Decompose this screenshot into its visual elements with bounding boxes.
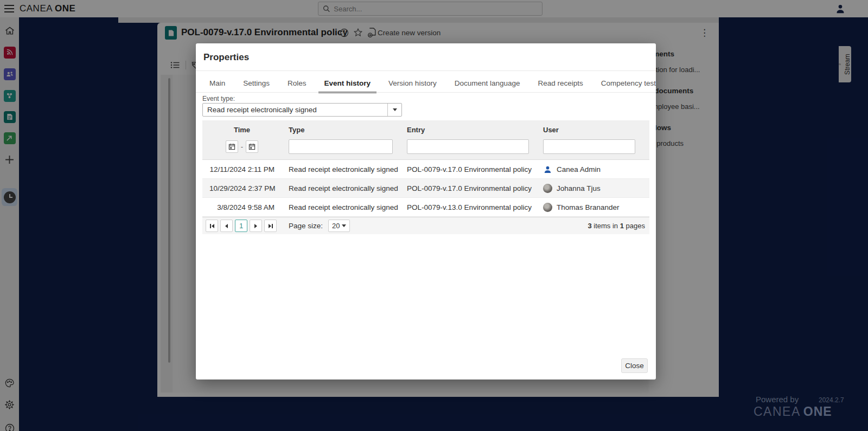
pages-count: 1 [620, 222, 624, 230]
modal-tabs: Main Settings Roles Event history Versio… [203, 75, 662, 93]
tab-competency-test[interactable]: Competency test [595, 75, 662, 93]
items-count: 3 [588, 222, 591, 230]
user-filter-input[interactable] [543, 139, 635, 154]
column-header-type: Type [282, 123, 400, 136]
type-filter-input[interactable] [289, 139, 393, 154]
cell-time: 10/29/2024 2:37 PM [202, 184, 282, 192]
pager-summary: 3 items in 1 pages [588, 222, 646, 230]
cell-type: Read receipt electronically signed [282, 203, 400, 211]
cell-entry: POL-0079-v.17.0 Environmental policy [400, 184, 536, 192]
cell-type: Read receipt electronically signed [282, 165, 400, 173]
table-header-row: Time Type Entry User [202, 120, 649, 136]
user-name: Thomas Branander [557, 203, 620, 211]
next-page-button[interactable] [250, 220, 262, 232]
event-type-label: Event type: [202, 95, 235, 102]
entry-filter-input[interactable] [407, 139, 529, 154]
tab-settings[interactable]: Settings [237, 75, 276, 93]
tab-document-language[interactable]: Document language [449, 75, 526, 93]
table-pager: 1 Page size: 20 3 items in 1 pages [202, 217, 649, 234]
column-header-entry: Entry [400, 123, 536, 136]
tab-roles[interactable]: Roles [282, 75, 312, 93]
close-button[interactable]: Close [621, 358, 648, 373]
dropdown-arrow-button[interactable] [387, 104, 401, 116]
app-screen: CANEAONE [0, 0, 868, 431]
cell-entry: POL-0079-v.13.0 Environmental policy [400, 203, 536, 211]
date-range-separator: - [241, 143, 243, 151]
modal-divider [196, 70, 656, 71]
user-photo-avatar [543, 184, 552, 193]
modal-title: Properties [203, 52, 249, 63]
tab-event-history[interactable]: Event history [318, 75, 377, 93]
user-photo-avatar [543, 203, 552, 212]
cell-entry: POL-0079-v.17.0 Environmental policy [400, 165, 536, 173]
table-row: 3/8/2024 9:58 AM Read receipt electronic… [202, 198, 649, 217]
tab-main[interactable]: Main [203, 75, 231, 93]
column-header-user: User [536, 123, 649, 136]
user-name: Canea Admin [557, 165, 601, 173]
page-size-value: 20 [332, 222, 340, 230]
previous-page-button[interactable] [220, 220, 233, 232]
cell-time: 3/8/2024 9:58 AM [202, 203, 282, 211]
person-avatar-icon [543, 165, 552, 174]
calendar-icon [228, 143, 235, 150]
page-number-button[interactable]: 1 [235, 220, 247, 232]
pages-text: pages [624, 222, 645, 230]
page-size-label: Page size: [289, 222, 323, 230]
event-type-dropdown[interactable]: Read receipt electronically signed [202, 103, 402, 117]
event-history-table: Time Type Entry User - [202, 120, 649, 234]
date-from-picker-button[interactable] [226, 140, 238, 153]
tab-version-history[interactable]: Version history [382, 75, 443, 93]
chevron-down-icon [393, 108, 397, 111]
column-header-time: Time [202, 123, 282, 136]
page-size-dropdown[interactable]: 20 [328, 220, 350, 232]
table-row: 12/11/2024 2:11 PM Read receipt electron… [202, 160, 649, 179]
items-text: items in [592, 222, 620, 230]
cell-user: Johanna Tjus [536, 184, 649, 193]
event-type-value: Read receipt electronically signed [203, 104, 387, 116]
chevron-down-icon [342, 224, 346, 227]
cell-time: 12/11/2024 2:11 PM [202, 165, 282, 173]
first-page-button[interactable] [206, 220, 218, 232]
cell-user: Canea Admin [536, 165, 649, 174]
properties-modal: Properties Main Settings Roles Event his… [196, 43, 656, 379]
table-filter-row: - [202, 136, 649, 160]
tab-read-receipts[interactable]: Read receipts [532, 75, 589, 93]
time-filter: - [202, 140, 282, 153]
tabs-divider [196, 92, 656, 93]
cell-type: Read receipt electronically signed [282, 184, 400, 192]
calendar-icon [248, 143, 256, 150]
cell-user: Thomas Branander [536, 203, 649, 212]
date-to-picker-button[interactable] [246, 140, 258, 153]
table-row: 10/29/2024 2:37 PM Read receipt electron… [202, 179, 649, 198]
user-name: Johanna Tjus [557, 184, 601, 192]
last-page-button[interactable] [264, 220, 277, 232]
